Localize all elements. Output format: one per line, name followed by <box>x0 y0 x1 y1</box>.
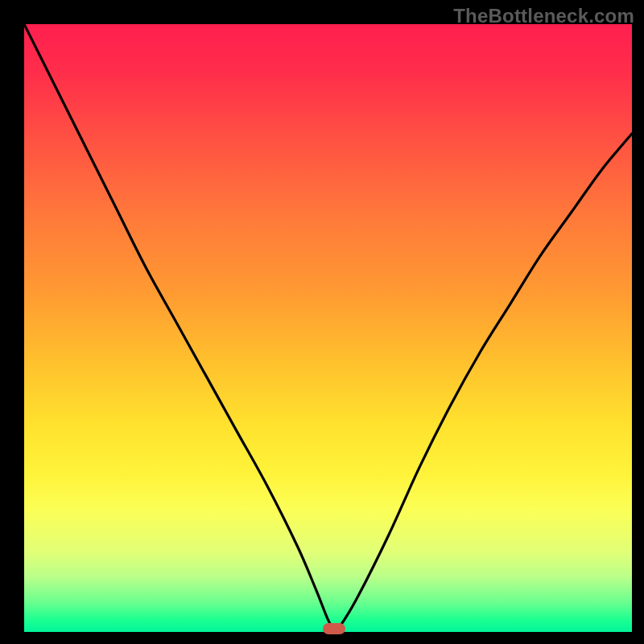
curve-svg <box>24 24 632 632</box>
plot-area <box>24 24 632 632</box>
optimal-point-marker <box>323 623 345 634</box>
chart-container: TheBottleneck.com <box>0 0 644 644</box>
watermark-label: TheBottleneck.com <box>453 5 634 27</box>
bottleneck-curve <box>24 24 632 630</box>
